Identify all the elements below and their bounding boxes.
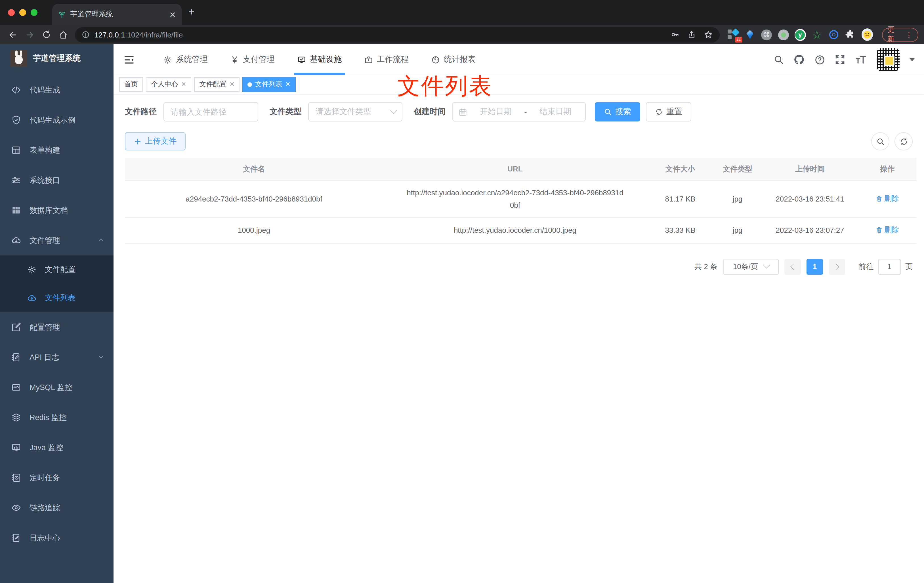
- table-tools: [871, 132, 912, 150]
- date-range-picker[interactable]: 开始日期 - 结束日期: [452, 102, 586, 122]
- minimize-window-button[interactable]: [19, 9, 26, 16]
- tag-label: 文件列表: [255, 79, 282, 89]
- cell-upload-time: 2022-03-16 23:07:27: [762, 217, 858, 243]
- eye-extension-icon[interactable]: [828, 29, 839, 40]
- address-bar[interactable]: 127.0.0.1:1024/infra/file/file: [75, 27, 720, 42]
- zoom-window-button[interactable]: [31, 9, 38, 16]
- sidebar-item-java-monitor[interactable]: Java 监控: [0, 433, 114, 462]
- cell-file-name: 1000.jpeg: [125, 217, 383, 243]
- reset-button-label: 重置: [666, 107, 682, 117]
- help-icon[interactable]: [815, 54, 825, 65]
- gem-extension-icon[interactable]: [745, 29, 756, 40]
- tag-close-icon[interactable]: ✕: [229, 81, 234, 88]
- trash-icon: [876, 195, 883, 202]
- back-icon[interactable]: [6, 27, 20, 42]
- sidebar-item-file-list[interactable]: 文件列表: [0, 284, 114, 312]
- sidebar-item-trace[interactable]: 链路追踪: [0, 493, 114, 523]
- browser-menu-dots-icon[interactable]: ⋮: [905, 30, 912, 39]
- sidebar-item-config-management[interactable]: 配置管理: [0, 312, 114, 342]
- sidebar-item-code-demo[interactable]: 代码生成示例: [0, 105, 114, 135]
- dot-extension-icon[interactable]: [778, 29, 789, 40]
- sidebar-item-code-generation[interactable]: 代码生成: [0, 75, 114, 105]
- create-time-label: 创建时间: [414, 107, 446, 117]
- monitor-check-icon: [297, 55, 306, 64]
- prev-page-button[interactable]: [784, 259, 801, 275]
- y-extension-icon[interactable]: y: [794, 29, 806, 40]
- sidebar-item-scheduled-tasks[interactable]: 定时任务: [0, 462, 114, 493]
- tag-label: 文件配置: [199, 79, 226, 89]
- sidebar-item-form-builder[interactable]: 表单构建: [0, 135, 114, 165]
- yen-icon: [231, 55, 239, 64]
- date-start-placeholder[interactable]: 开始日期: [472, 107, 520, 117]
- upload-button-label: 上传文件: [145, 136, 177, 147]
- cell-file-type: jpg: [713, 180, 762, 217]
- delete-button[interactable]: 删除: [876, 192, 899, 205]
- sidebar-item-file-management[interactable]: 文件管理: [0, 225, 114, 256]
- share-icon[interactable]: [688, 30, 696, 39]
- date-end-placeholder[interactable]: 结束日期: [531, 107, 579, 117]
- tag-profile[interactable]: 个人中心✕: [146, 77, 191, 92]
- sidebar-item-mysql-monitor[interactable]: MySQL 监控: [0, 372, 114, 403]
- chevron-down-icon: [390, 107, 397, 114]
- sidebar-item-label: 代码生成: [30, 85, 60, 95]
- sidebar-item-file-config[interactable]: 文件配置: [0, 256, 114, 284]
- page-size-select[interactable]: 10条/页: [723, 259, 779, 275]
- font-size-icon[interactable]: [855, 55, 867, 65]
- sidebar-item-api-log[interactable]: API 日志: [0, 342, 114, 372]
- chrome-update-chip[interactable]: 更新 ⋮: [882, 28, 918, 42]
- puzzle-extensions-icon[interactable]: [845, 29, 856, 40]
- page-number-1[interactable]: 1: [807, 259, 823, 275]
- bookmark-star-icon[interactable]: [704, 30, 713, 39]
- tag-close-icon[interactable]: ✕: [285, 81, 290, 88]
- sidebar-item-redis-monitor[interactable]: Redis 监控: [0, 403, 114, 433]
- tab-close-icon[interactable]: ✕: [170, 10, 176, 19]
- profile-avatar-emoji-icon[interactable]: [861, 29, 873, 40]
- toggle-search-button[interactable]: [871, 132, 889, 150]
- next-page-button[interactable]: [829, 259, 845, 275]
- col-actions: 操作: [858, 158, 917, 180]
- tag-file-list[interactable]: 文件列表✕: [243, 77, 295, 92]
- cloud-download-icon: [12, 236, 21, 245]
- search-button[interactable]: 搜索: [595, 102, 640, 122]
- user-avatar-qr[interactable]: [877, 48, 899, 71]
- home-icon[interactable]: [56, 27, 70, 42]
- new-tab-button[interactable]: +: [188, 7, 195, 17]
- refresh-table-button[interactable]: [894, 132, 912, 150]
- command-extension-icon[interactable]: ⌘: [761, 29, 772, 40]
- goto-page-input[interactable]: [878, 259, 901, 275]
- chevron-down-icon: [762, 261, 770, 269]
- reload-icon[interactable]: [39, 27, 54, 42]
- tag-home[interactable]: 首页: [119, 77, 143, 92]
- site-info-icon[interactable]: [82, 31, 90, 39]
- top-menu-infrastructure[interactable]: 基础设施: [286, 44, 353, 75]
- delete-button[interactable]: 删除: [876, 223, 899, 236]
- tag-close-icon[interactable]: ✕: [181, 81, 186, 88]
- close-window-button[interactable]: [8, 9, 15, 16]
- top-menu-label: 统计报表: [444, 55, 475, 65]
- top-menu-payment[interactable]: 支付管理: [219, 44, 286, 75]
- fullscreen-icon[interactable]: [835, 55, 845, 65]
- file-path-input[interactable]: [171, 107, 251, 116]
- upload-file-button[interactable]: 上传文件: [125, 132, 186, 150]
- tag-file-config[interactable]: 文件配置✕: [194, 77, 239, 92]
- sidebar-item-system-api[interactable]: 系统接口: [0, 165, 114, 195]
- sidebar-collapse-icon[interactable]: [120, 51, 137, 68]
- password-key-icon[interactable]: [671, 30, 680, 39]
- sidebar-item-log-center[interactable]: 日志中心: [0, 523, 114, 553]
- search-icon[interactable]: [774, 55, 784, 65]
- file-type-select[interactable]: 请选择文件类型: [308, 102, 403, 122]
- top-menu-system[interactable]: 系统管理: [152, 44, 219, 75]
- sliders-icon: [12, 175, 21, 185]
- browser-tab[interactable]: 芋道管理系统 ✕: [52, 4, 182, 25]
- sidebar-item-label: 代码生成示例: [30, 115, 76, 125]
- forward-icon[interactable]: [22, 27, 37, 42]
- user-menu-caret-icon[interactable]: [909, 58, 915, 61]
- cloud-upload-icon: [27, 294, 36, 302]
- pinned-extension-badge-icon[interactable]: 11: [728, 29, 739, 40]
- sidebar-item-db-doc[interactable]: 数据库文档: [0, 195, 114, 225]
- reset-button[interactable]: 重置: [646, 102, 691, 122]
- sidebar-logo[interactable]: 芋道管理系统: [0, 44, 114, 73]
- star-extension-icon[interactable]: ☆: [811, 29, 822, 40]
- edit-icon: [12, 322, 21, 332]
- github-icon[interactable]: [794, 54, 805, 65]
